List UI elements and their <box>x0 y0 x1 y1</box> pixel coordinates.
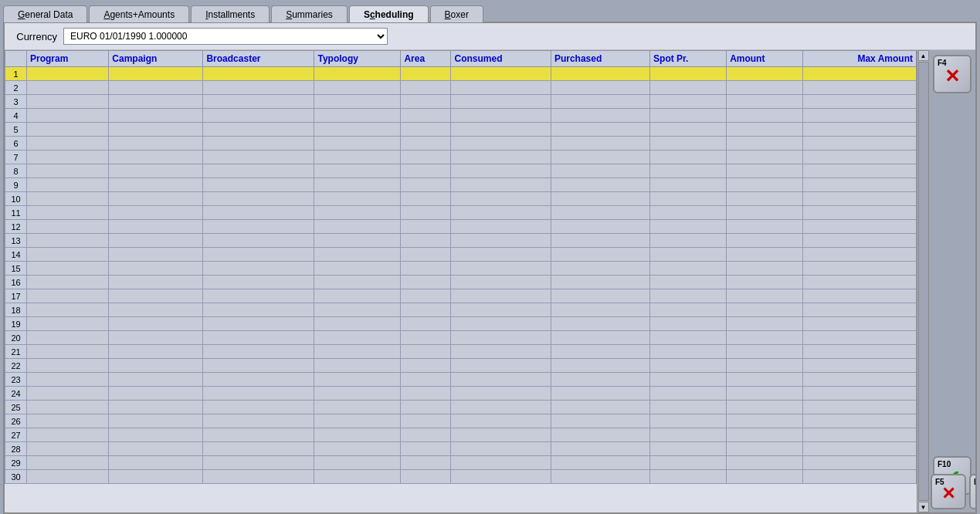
cell-area[interactable] <box>401 81 451 95</box>
cell-purchased[interactable] <box>551 289 649 303</box>
cell-program[interactable] <box>27 456 109 470</box>
cell-spot-pr[interactable] <box>650 150 727 164</box>
cell-amount[interactable] <box>727 276 803 289</box>
cell-purchased[interactable] <box>551 123 649 137</box>
cell-amount[interactable] <box>727 373 803 387</box>
table-row[interactable]: 16 <box>5 276 917 289</box>
cell-consumed[interactable] <box>451 81 551 95</box>
tab-general-data[interactable]: General Data <box>3 5 87 22</box>
cell-amount[interactable] <box>727 470 803 484</box>
cell-broadcaster[interactable] <box>203 192 314 206</box>
cell-program[interactable] <box>27 123 109 137</box>
cell-program[interactable] <box>27 345 109 359</box>
cell-typology[interactable] <box>314 234 401 248</box>
cell-spot-pr[interactable] <box>650 331 727 345</box>
cell-program[interactable] <box>27 289 109 303</box>
col-header-purchased[interactable]: Purchased <box>551 51 649 67</box>
cell-consumed[interactable] <box>451 345 551 359</box>
cell-purchased[interactable] <box>551 373 649 387</box>
cell-program[interactable] <box>27 331 109 345</box>
cell-typology[interactable] <box>314 387 401 401</box>
table-row[interactable]: 20 <box>5 331 917 345</box>
data-table-wrapper[interactable]: Program Campaign Broadcaster Typology Ar… <box>5 50 917 512</box>
cell-campaign[interactable] <box>109 150 203 164</box>
cell-broadcaster[interactable] <box>203 414 314 428</box>
cell-spot-pr[interactable] <box>650 456 727 470</box>
table-row[interactable]: 17 <box>5 289 917 303</box>
table-row[interactable]: 13 <box>5 234 917 248</box>
cell-typology[interactable] <box>314 150 401 164</box>
cell-broadcaster[interactable] <box>203 289 314 303</box>
cell-broadcaster[interactable] <box>203 178 314 192</box>
cell-purchased[interactable] <box>551 192 649 206</box>
table-row[interactable]: 25 <box>5 401 917 414</box>
tab-installments[interactable]: Installments <box>191 5 270 22</box>
cell-area[interactable] <box>401 109 451 123</box>
cell-campaign[interactable] <box>109 470 203 484</box>
cell-program[interactable] <box>27 67 109 81</box>
cell-campaign[interactable] <box>109 248 203 262</box>
cell-consumed[interactable] <box>451 442 551 456</box>
cell-typology[interactable] <box>314 289 401 303</box>
scrollbar-up-arrow[interactable]: ▲ <box>918 50 929 61</box>
cell-amount[interactable] <box>727 345 803 359</box>
cell-consumed[interactable] <box>451 206 551 220</box>
cell-max-amount[interactable] <box>803 81 917 95</box>
cell-amount[interactable] <box>727 178 803 192</box>
cell-broadcaster[interactable] <box>203 387 314 401</box>
cell-purchased[interactable] <box>551 470 649 484</box>
cell-purchased[interactable] <box>551 276 649 289</box>
cell-campaign[interactable] <box>109 317 203 331</box>
cell-area[interactable] <box>401 401 451 414</box>
cell-typology[interactable] <box>314 109 401 123</box>
cell-typology[interactable] <box>314 123 401 137</box>
cell-consumed[interactable] <box>451 387 551 401</box>
table-row[interactable]: 10 <box>5 192 917 206</box>
cell-consumed[interactable] <box>451 331 551 345</box>
cell-max-amount[interactable] <box>803 414 917 428</box>
cell-broadcaster[interactable] <box>203 359 314 373</box>
cell-typology[interactable] <box>314 248 401 262</box>
cell-program[interactable] <box>27 109 109 123</box>
cell-program[interactable] <box>27 470 109 484</box>
cell-amount[interactable] <box>727 81 803 95</box>
cell-area[interactable] <box>401 414 451 428</box>
cell-purchased[interactable] <box>551 81 649 95</box>
cell-consumed[interactable] <box>451 234 551 248</box>
table-row[interactable]: 28 <box>5 442 917 456</box>
cell-spot-pr[interactable] <box>650 248 727 262</box>
cell-broadcaster[interactable] <box>203 81 314 95</box>
table-row[interactable]: 5 <box>5 123 917 137</box>
cell-area[interactable] <box>401 234 451 248</box>
cell-consumed[interactable] <box>451 470 551 484</box>
table-row[interactable]: 19 <box>5 317 917 331</box>
cell-amount[interactable] <box>727 137 803 150</box>
cell-spot-pr[interactable] <box>650 317 727 331</box>
cell-consumed[interactable] <box>451 401 551 414</box>
cell-purchased[interactable] <box>551 456 649 470</box>
cell-consumed[interactable] <box>451 359 551 373</box>
currency-select[interactable]: EURO 01/01/1990 1.000000 <box>63 28 388 45</box>
cell-broadcaster[interactable] <box>203 331 314 345</box>
cell-campaign[interactable] <box>109 206 203 220</box>
col-header-typology[interactable]: Typology <box>314 51 401 67</box>
cell-amount[interactable] <box>727 206 803 220</box>
cell-area[interactable] <box>401 192 451 206</box>
cell-area[interactable] <box>401 164 451 178</box>
cell-program[interactable] <box>27 178 109 192</box>
cell-spot-pr[interactable] <box>650 401 727 414</box>
cell-amount[interactable] <box>727 387 803 401</box>
table-row[interactable]: 18 <box>5 303 917 317</box>
table-row[interactable]: 3 <box>5 95 917 109</box>
cell-program[interactable] <box>27 150 109 164</box>
table-row[interactable]: 1 <box>5 67 917 81</box>
cell-consumed[interactable] <box>451 67 551 81</box>
cell-program[interactable] <box>27 428 109 442</box>
cell-consumed[interactable] <box>451 262 551 276</box>
table-row[interactable]: 4 <box>5 109 917 123</box>
table-row[interactable]: 11 <box>5 206 917 220</box>
cell-typology[interactable] <box>314 95 401 109</box>
cell-spot-pr[interactable] <box>650 289 727 303</box>
cell-area[interactable] <box>401 317 451 331</box>
cell-program[interactable] <box>27 442 109 456</box>
